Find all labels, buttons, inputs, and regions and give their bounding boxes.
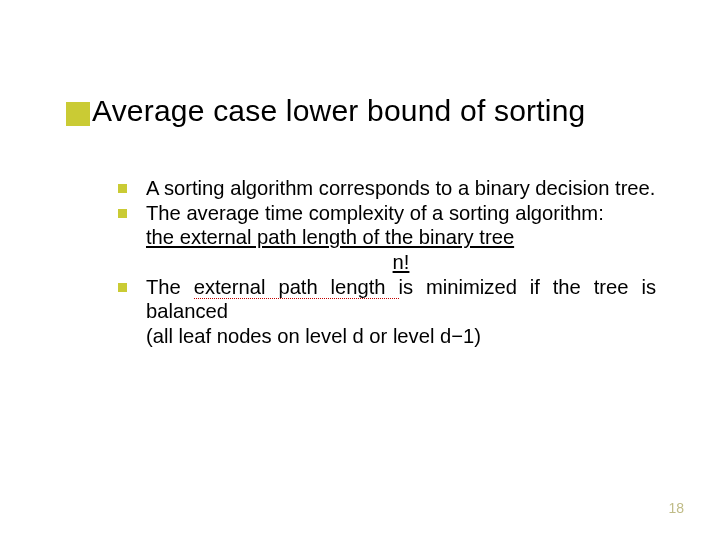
- page-title: Average case lower bound of sorting: [92, 94, 585, 128]
- bullet-highlight: external path length: [194, 276, 399, 299]
- bullet-text-prefix: The: [146, 276, 194, 298]
- slide: Average case lower bound of sorting A so…: [0, 0, 720, 540]
- page-number: 18: [668, 500, 684, 516]
- bullet-text: A sorting algorithm corresponds to a bin…: [146, 177, 655, 199]
- bullet-text: The average time complexity of a sorting…: [146, 202, 604, 224]
- list-item: A sorting algorithm corresponds to a bin…: [118, 176, 656, 201]
- title-block: Average case lower bound of sorting: [66, 94, 585, 128]
- bullet-paren-line: (all leaf nodes on level d or level d−1): [146, 324, 656, 349]
- list-item: The external path length is minimized if…: [118, 275, 656, 349]
- list-item: The average time complexity of a sorting…: [118, 201, 656, 275]
- bullet-list: A sorting algorithm corresponds to a bin…: [118, 176, 656, 348]
- body-content: A sorting algorithm corresponds to a bin…: [118, 176, 656, 348]
- bullet-subline-underline: the external path length of the binary t…: [146, 225, 656, 250]
- title-accent-square: [66, 102, 90, 126]
- bullet-subline-center: n!: [146, 250, 656, 275]
